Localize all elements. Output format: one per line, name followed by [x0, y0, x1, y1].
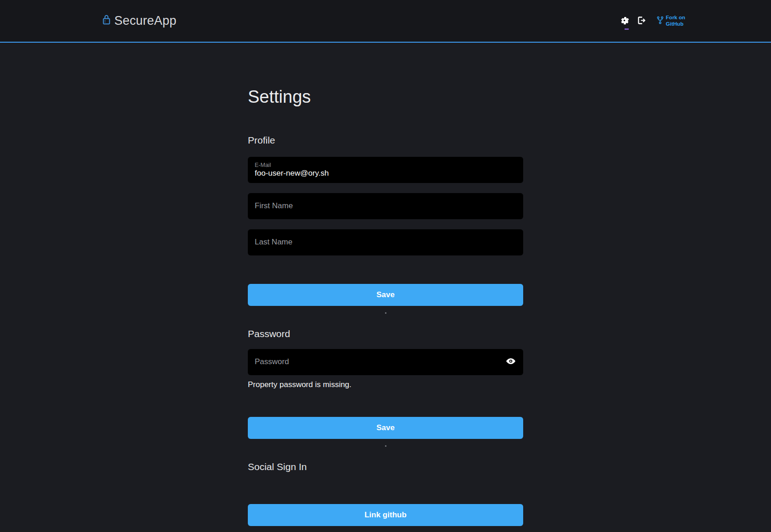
header-actions: Fork on GitHub	[620, 15, 685, 28]
toggle-password-visibility-button[interactable]	[505, 356, 517, 368]
eye-icon	[506, 357, 516, 367]
app-header: SecureApp	[0, 0, 771, 43]
password-error-message: Property password is missing.	[248, 380, 523, 389]
last-name-field[interactable]	[248, 229, 523, 255]
password-section-heading: Password	[248, 328, 523, 339]
first-name-field[interactable]	[248, 193, 523, 219]
app-logo[interactable]: SecureApp	[102, 13, 176, 28]
first-name-input[interactable]	[248, 193, 523, 219]
settings-button[interactable]	[620, 16, 629, 27]
last-name-input[interactable]	[248, 229, 523, 255]
fork-on-github-link[interactable]: Fork on GitHub	[656, 15, 685, 28]
gear-underline-accent	[625, 28, 629, 30]
logout-button[interactable]	[637, 16, 646, 27]
save-profile-button[interactable]: Save	[248, 284, 523, 306]
social-section-heading: Social Sign In	[248, 461, 523, 472]
separator-dot	[385, 312, 386, 314]
email-input[interactable]	[255, 169, 516, 178]
page-title: Settings	[248, 87, 523, 108]
profile-section-heading: Profile	[248, 134, 523, 146]
password-field[interactable]	[248, 349, 523, 375]
app-name: SecureApp	[114, 13, 176, 28]
password-input[interactable]	[248, 349, 523, 375]
email-field[interactable]: E-Mail	[248, 157, 523, 183]
settings-page: Settings Profile E-Mail Save Password Pr…	[248, 87, 523, 526]
link-github-button[interactable]: Link github	[248, 504, 523, 526]
gear-icon	[620, 16, 629, 27]
separator-dot	[385, 445, 386, 447]
fork-icon	[656, 16, 664, 27]
logout-icon	[637, 16, 646, 27]
save-password-button[interactable]: Save	[248, 417, 523, 439]
fork-link-label: Fork on GitHub	[666, 15, 685, 28]
email-field-label: E-Mail	[255, 161, 516, 169]
lock-icon	[102, 14, 111, 28]
